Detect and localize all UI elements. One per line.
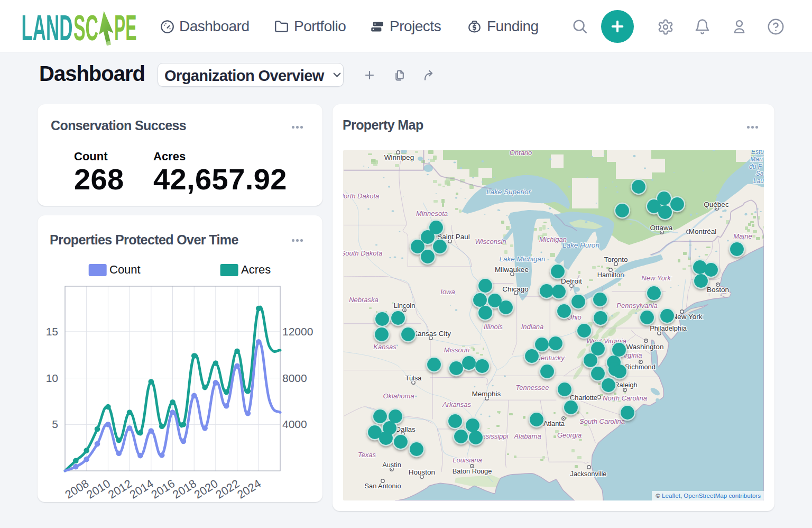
svg-text:Kentucky: Kentucky (536, 354, 565, 362)
svg-text:Texas: Texas (358, 451, 376, 459)
svg-text:Baton Rouge: Baton Rouge (453, 467, 492, 475)
svg-text:Québec: Québec (704, 201, 729, 208)
svg-text:du F: du F (749, 163, 762, 170)
svg-text:San Antonio: San Antonio (364, 482, 401, 490)
svg-text:Hamilton: Hamilton (597, 271, 624, 279)
svg-text:Houston: Houston (409, 468, 435, 476)
svg-text:5: 5 (52, 418, 58, 430)
svg-text:Washington: Washington (626, 343, 664, 351)
svg-text:Nebraska: Nebraska (349, 296, 379, 304)
svg-text:Acres: Acres (241, 263, 271, 276)
svg-text:Austin: Austin (382, 461, 401, 469)
svg-text:Wisconsin: Wisconsin (475, 238, 506, 245)
svg-text:Boston: Boston (707, 286, 729, 294)
svg-text:Count: Count (109, 263, 141, 276)
svg-text:2024: 2024 (235, 477, 263, 502)
svg-text:Mari: Mari (750, 156, 763, 163)
svg-text:12000: 12000 (282, 325, 313, 338)
svg-text:Arkansas: Arkansas (442, 400, 472, 408)
svg-text:New York: New York (641, 274, 671, 282)
svg-text:Atlanta: Atlanta (543, 420, 565, 427)
svg-text:Iowa: Iowa (440, 288, 455, 296)
svg-text:Lau: Lau (753, 177, 764, 185)
svg-text:PE: PE (114, 8, 137, 48)
svg-text:Toronto: Toronto (604, 256, 628, 263)
svg-text:Philadelphia: Philadelphia (650, 324, 687, 332)
svg-text:© Leaflet, OpenStreetMap contr: © Leaflet, OpenStreetMap contributors (656, 492, 761, 499)
svg-text:Richmond: Richmond (625, 363, 656, 371)
svg-text:Lake Huron: Lake Huron (562, 241, 599, 249)
svg-text:Missouri: Missouri (444, 346, 470, 354)
svg-text:Tulsa: Tulsa (405, 374, 422, 382)
svg-text:Lake Superior: Lake Superior (486, 188, 531, 196)
svg-text:North Carolina: North Carolina (603, 394, 647, 402)
svg-text:Kansas: Kansas (373, 343, 396, 351)
svg-text:LAND: LAND (22, 8, 73, 48)
svg-text:Sa: Sa (756, 170, 764, 177)
svg-text:South Dakota: South Dakota (343, 249, 382, 257)
svg-text:Minnesota: Minnesota (416, 210, 448, 217)
svg-text:Pennsylvania: Pennsylvania (616, 302, 657, 309)
svg-text:8000: 8000 (282, 372, 307, 384)
svg-text:Jacksonville: Jacksonville (570, 470, 607, 478)
svg-text:Kansas City: Kansas City (413, 330, 451, 338)
svg-text:Estu: Estu (751, 150, 764, 156)
svg-text:Chicago: Chicago (502, 285, 529, 293)
svg-text:4000: 4000 (282, 418, 307, 430)
svg-text:Memphis: Memphis (472, 390, 501, 398)
svg-text:10: 10 (46, 372, 58, 384)
svg-text:Milwaukee: Milwaukee (495, 266, 529, 274)
svg-text:15: 15 (46, 325, 58, 338)
svg-text:SC: SC (73, 8, 98, 48)
svg-text:Dallas: Dallas (395, 425, 416, 433)
svg-text:Louisiana: Louisiana (453, 456, 482, 464)
svg-text:Ottawa: Ottawa (650, 224, 673, 232)
svg-text:Detroit: Detroit (561, 277, 582, 285)
svg-text:Georgia: Georgia (557, 431, 582, 439)
svg-text:Maine: Maine (733, 232, 752, 240)
svg-text:Lincoln: Lincoln (394, 302, 416, 309)
svg-text:New York: New York (672, 313, 702, 321)
svg-text:Winnipeg: Winnipeg (384, 153, 414, 161)
svg-text:Lake Michigan: Lake Michigan (499, 255, 545, 263)
svg-text:Illinois: Illinois (484, 323, 503, 331)
svg-text:Montréal: Montréal (689, 227, 717, 235)
svg-text:Oklahoma: Oklahoma (383, 392, 414, 400)
svg-text:Alabama: Alabama (513, 432, 541, 440)
svg-text:Tennessee: Tennessee (515, 384, 549, 392)
svg-text:Raleigh: Raleigh (614, 381, 637, 389)
svg-text:South Carolina: South Carolina (579, 417, 625, 425)
svg-text:North Dakota: North Dakota (343, 192, 379, 200)
svg-text:Indiana: Indiana (521, 323, 544, 331)
svg-text:Ontario: Ontario (510, 150, 532, 157)
